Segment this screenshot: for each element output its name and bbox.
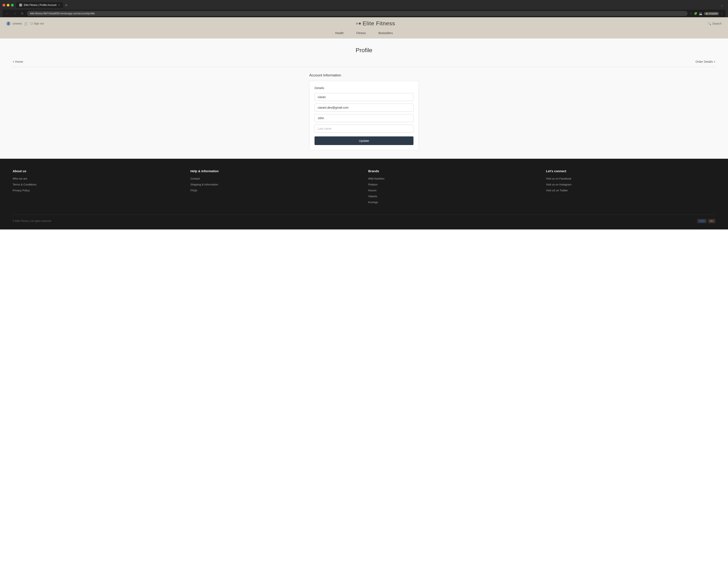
nav-links: Health Fitness Bestsellers — [6, 29, 722, 35]
mastercard-icon: MC — [708, 219, 716, 223]
cart-icon[interactable]: 🛒 — [24, 22, 28, 25]
form-card: Details Update — [309, 81, 419, 150]
footer-instagram[interactable]: Visit us on Instagram — [546, 183, 572, 186]
footer-copyright: © Elite Fitness | All rights reserved — [12, 219, 51, 222]
tab-close-button[interactable]: ✕ — [58, 4, 60, 6]
footer-terms[interactable]: Terms & Conditions — [12, 183, 36, 186]
list-item: Pelaton — [368, 183, 538, 186]
close-button[interactable] — [2, 4, 5, 6]
list-item: Vitamix — [368, 194, 538, 198]
footer-brands-title: Brands — [368, 169, 538, 173]
header-top: 👤 (ciaran) 🛒 ☐ Sign out Elite Fitness 🔍 … — [6, 20, 722, 27]
search-icon: 🔍 — [708, 22, 711, 25]
browser-titlebar: E Elite Fitness | Profile Account ✕ + ⌄ — [2, 2, 726, 8]
devices-icon[interactable]: 💻 — [699, 12, 702, 15]
footer-vitamix[interactable]: Vitamix — [368, 195, 377, 198]
footer-facebook[interactable]: Visit us on Facebook — [546, 177, 571, 180]
footer-kuvings[interactable]: Kuvings — [368, 201, 378, 204]
new-tab-button[interactable]: + — [63, 2, 70, 8]
visa-icon: VISA — [697, 219, 706, 223]
account-section: Account Information Details Update — [309, 73, 419, 150]
footer-shipping[interactable]: Shipping & Information — [190, 183, 218, 186]
nav-health[interactable]: Health — [335, 31, 344, 35]
footer-brands: Brands Wild Nutrition Pelaton Hurom Vita… — [368, 169, 538, 206]
list-item: Hurom — [368, 188, 538, 192]
logo-dot-gray — [356, 23, 358, 25]
last-name-input[interactable] — [314, 125, 414, 133]
list-item: Wild Nutrition — [368, 177, 538, 180]
breadcrumb-home[interactable]: < Home — [12, 60, 23, 63]
minimize-button[interactable] — [7, 4, 9, 6]
more-menu-button[interactable]: ⋮ — [721, 12, 723, 15]
footer-faqs[interactable]: FAQs — [190, 189, 198, 192]
user-avatar: 👤 — [6, 22, 10, 26]
list-item: Who we are — [12, 177, 182, 180]
footer-twitter[interactable]: Visit uS on Twitter — [546, 189, 568, 192]
back-button[interactable]: ← — [5, 11, 10, 16]
list-item: Privacy Policy — [12, 188, 182, 192]
footer-privacy[interactable]: Privacy Policy — [12, 189, 30, 192]
nav-fitness[interactable]: Fitness — [356, 31, 366, 35]
footer-contact[interactable]: Contact — [190, 177, 200, 180]
signout-label: Sign out — [34, 22, 44, 25]
footer-help: Help & Information Contact Shipping & In… — [190, 169, 360, 206]
tab-favicon: E — [19, 4, 22, 6]
page-title: Profile — [12, 47, 716, 54]
reload-button[interactable]: ↻ — [20, 11, 25, 16]
footer-hurom[interactable]: Hurom — [368, 189, 376, 192]
footer-about-list: Who we are Terms & Conditions Privacy Po… — [12, 177, 182, 192]
window-menu-button[interactable]: ⌄ — [719, 2, 726, 8]
list-item: Kuvings — [368, 200, 538, 204]
incognito-label: Incognito — [709, 12, 718, 15]
main-content: Profile < Home Order Details > Account I… — [0, 38, 728, 159]
footer-pelaton[interactable]: Pelaton — [368, 183, 378, 186]
list-item: Visit us on Facebook — [546, 177, 716, 180]
site-footer: About us Who we are Terms & Conditions P… — [0, 159, 728, 230]
browser-chrome: E Elite Fitness | Profile Account ✕ + ⌄ … — [0, 0, 728, 17]
maximize-button[interactable] — [11, 4, 14, 6]
list-item: Contact — [190, 177, 360, 180]
signout-checkbox-icon: ☐ — [30, 22, 33, 25]
incognito-icon: 🕵 — [705, 12, 708, 15]
footer-connect-title: Let's connect — [546, 169, 716, 173]
logo-icon — [356, 23, 361, 25]
breadcrumb-row: < Home Order Details > — [12, 60, 716, 67]
first-name-input[interactable] — [314, 114, 414, 122]
list-item: Terms & Conditions — [12, 183, 182, 186]
forward-button[interactable]: → — [12, 11, 18, 16]
footer-who-we-are[interactable]: Who we are — [12, 177, 27, 180]
extension-icon[interactable]: 🧩 — [694, 12, 697, 15]
signout-link[interactable]: ☐ Sign out — [30, 22, 44, 25]
footer-wild-nutrition[interactable]: Wild Nutrition — [368, 177, 384, 180]
username-input[interactable] — [314, 93, 414, 101]
search-area[interactable]: 🔍 Search — [708, 22, 722, 25]
footer-about: About us Who we are Terms & Conditions P… — [12, 169, 182, 206]
tab-bar: E Elite Fitness | Profile Account ✕ + — [16, 2, 719, 8]
footer-connect: Let's connect Visit us on Facebook Visit… — [546, 169, 716, 206]
logo-text: Elite Fitness — [363, 20, 395, 27]
site-logo: Elite Fitness — [356, 20, 395, 27]
site-header: 👤 (ciaran) 🛒 ☐ Sign out Elite Fitness 🔍 … — [0, 17, 728, 38]
email-input[interactable] — [314, 104, 414, 111]
form-card-title: Details — [314, 86, 414, 90]
account-section-title: Account Information — [309, 73, 419, 77]
update-button[interactable]: Update — [314, 136, 414, 145]
bookmark-icon[interactable]: ☆ — [690, 12, 692, 15]
url-input[interactable] — [27, 11, 687, 16]
active-tab[interactable]: E Elite Fitness | Profile Account ✕ — [16, 2, 63, 8]
traffic-lights — [2, 4, 14, 6]
footer-grid: About us Who we are Terms & Conditions P… — [12, 169, 716, 206]
breadcrumb-orders[interactable]: Order Details > — [695, 60, 716, 63]
header-left: 👤 (ciaran) 🛒 ☐ Sign out — [6, 22, 44, 26]
username-label: (ciaran) — [12, 22, 22, 25]
list-item: FAQs — [190, 188, 360, 192]
list-item: Visit us on Instagram — [546, 183, 716, 186]
logo-dot-dark — [359, 23, 361, 25]
footer-brands-list: Wild Nutrition Pelaton Hurom Vitamix Kuv… — [368, 177, 538, 204]
search-label: Search — [712, 22, 722, 25]
nav-bestsellers[interactable]: Bestsellers — [379, 31, 393, 35]
list-item: Shipping & Information — [190, 183, 360, 186]
list-item: Visit uS on Twitter — [546, 188, 716, 192]
address-icons: ☆ 🧩 💻 🕵 Incognito ⋮ — [690, 12, 723, 15]
payment-icons: VISA MC — [697, 219, 716, 223]
